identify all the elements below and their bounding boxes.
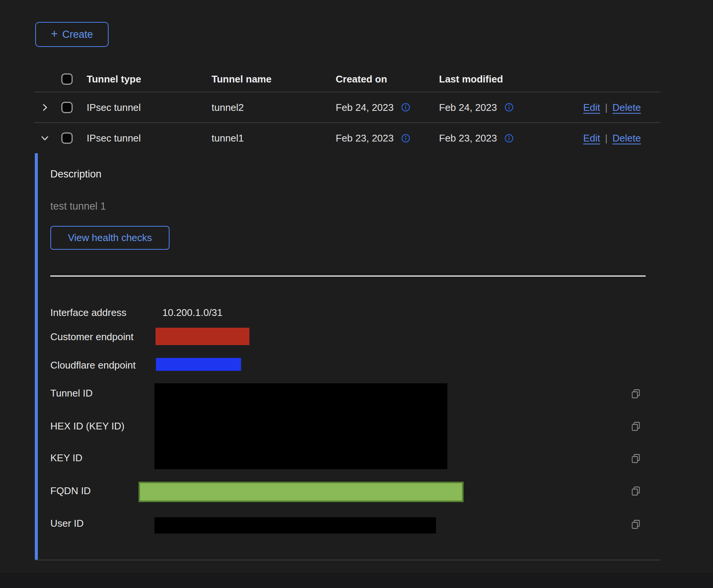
create-button[interactable]: + Create bbox=[35, 22, 109, 47]
chevron-right-icon bbox=[40, 103, 50, 112]
tunnel-name-cell: tunnel2 bbox=[212, 101, 244, 113]
panel-bottom-divider bbox=[35, 560, 660, 560]
tunnel-id-label: Tunnel ID bbox=[50, 387, 93, 399]
info-icon[interactable] bbox=[504, 103, 514, 112]
user-id-label: User ID bbox=[50, 518, 84, 529]
fqdn-id-redacted-value bbox=[139, 482, 464, 502]
copy-icon bbox=[630, 519, 641, 530]
table-header-row: Tunnel type Tunnel name Created on Last … bbox=[34, 67, 660, 92]
edit-link[interactable]: Edit bbox=[583, 132, 600, 144]
expand-row-button[interactable] bbox=[40, 103, 50, 112]
cloudflare-endpoint-redacted-value bbox=[156, 358, 241, 371]
create-button-label: Create bbox=[62, 29, 93, 40]
window-bottom-edge bbox=[0, 573, 713, 588]
table-row: IPsec tunnel tunnel2 Feb 24, 2023 Feb 24… bbox=[34, 92, 660, 123]
cloudflare-endpoint-label: Cloudflare endpoint bbox=[50, 359, 136, 371]
key-id-label: KEY ID bbox=[50, 452, 83, 464]
copy-tunnel-id-button[interactable] bbox=[630, 388, 642, 400]
copy-icon bbox=[630, 421, 641, 432]
description-value: test tunnel 1 bbox=[50, 201, 106, 212]
expanded-panel-accent-bar bbox=[35, 153, 38, 560]
description-label: Description bbox=[50, 168, 101, 180]
copy-icon bbox=[630, 389, 641, 399]
user-id-redacted-value bbox=[154, 517, 436, 534]
chevron-down-icon bbox=[40, 134, 50, 143]
ipsec-tunnels-page: + Create Tunnel type Tunnel name Created… bbox=[0, 0, 713, 588]
info-icon[interactable] bbox=[401, 103, 410, 112]
fqdn-id-label: FQDN ID bbox=[50, 485, 91, 497]
created-on-cell: Feb 23, 2023 bbox=[336, 132, 394, 144]
customer-endpoint-redacted-value bbox=[156, 328, 249, 345]
panel-divider bbox=[50, 275, 646, 277]
interface-address-label: Interface address bbox=[50, 307, 126, 319]
edit-link[interactable]: Edit bbox=[583, 101, 600, 113]
created-on-cell: Feb 24, 2023 bbox=[336, 101, 394, 113]
copy-fqdn-id-button[interactable] bbox=[630, 485, 642, 497]
ids-redacted-value bbox=[154, 383, 447, 469]
column-header-created-on: Created on bbox=[336, 73, 387, 85]
select-all-checkbox[interactable] bbox=[61, 73, 73, 85]
delete-link[interactable]: Delete bbox=[612, 132, 641, 144]
copy-hex-id-button[interactable] bbox=[630, 421, 642, 432]
copy-user-id-button[interactable] bbox=[630, 519, 642, 530]
row-checkbox[interactable] bbox=[61, 102, 73, 113]
plus-icon: + bbox=[51, 28, 58, 40]
view-health-checks-button[interactable]: View health checks bbox=[50, 226, 170, 250]
copy-icon bbox=[630, 486, 641, 496]
hex-id-label: HEX ID (KEY ID) bbox=[50, 420, 125, 432]
last-modified-cell: Feb 23, 2023 bbox=[439, 132, 497, 144]
last-modified-cell: Feb 24, 2023 bbox=[439, 101, 497, 113]
copy-key-id-button[interactable] bbox=[630, 453, 642, 464]
column-header-tunnel-name: Tunnel name bbox=[212, 73, 271, 85]
customer-endpoint-label: Customer endpoint bbox=[50, 331, 134, 343]
info-icon[interactable] bbox=[504, 134, 514, 143]
actions-separator: | bbox=[605, 133, 608, 144]
actions-separator: | bbox=[605, 102, 608, 113]
copy-icon bbox=[630, 453, 641, 464]
tunnel-name-cell: tunnel1 bbox=[212, 132, 244, 144]
tunnel-type-cell: IPsec tunnel bbox=[87, 132, 141, 144]
tunnel-type-cell: IPsec tunnel bbox=[87, 101, 141, 113]
column-header-last-modified: Last modified bbox=[439, 73, 503, 85]
delete-link[interactable]: Delete bbox=[612, 101, 641, 113]
info-icon[interactable] bbox=[401, 134, 410, 143]
row-checkbox[interactable] bbox=[61, 132, 73, 144]
interface-address-value: 10.200.1.0/31 bbox=[162, 307, 223, 319]
table-row: IPsec tunnel tunnel1 Feb 23, 2023 Feb 23… bbox=[34, 123, 660, 153]
column-header-tunnel-type: Tunnel type bbox=[87, 73, 141, 85]
collapse-row-button[interactable] bbox=[40, 134, 50, 143]
